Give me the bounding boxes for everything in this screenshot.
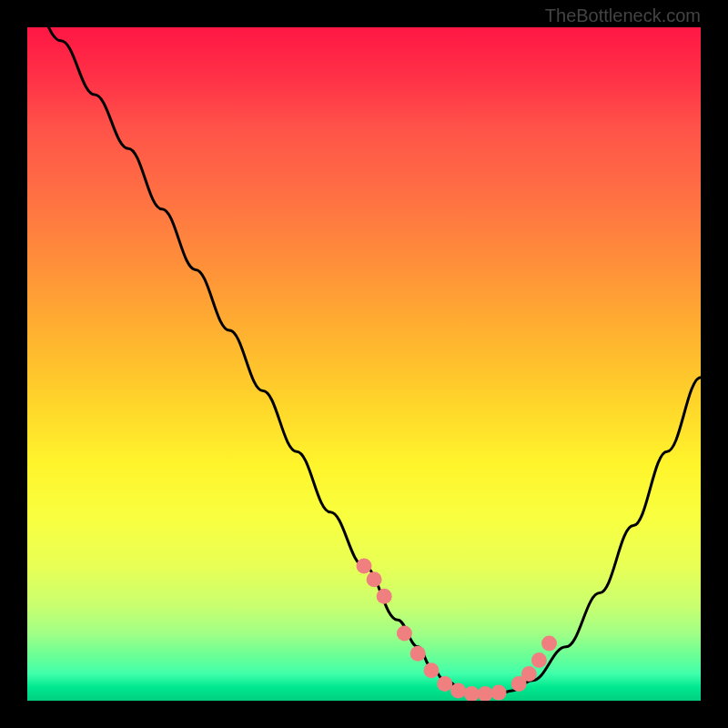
scatter-dot bbox=[531, 652, 547, 668]
scatter-dot bbox=[521, 666, 537, 682]
scatter-dot bbox=[464, 686, 480, 701]
bottleneck-curve-path bbox=[27, 27, 701, 694]
scatter-dot bbox=[450, 682, 466, 698]
scatter-dot bbox=[491, 685, 507, 701]
scatter-dots bbox=[357, 559, 558, 702]
curve-line bbox=[27, 27, 701, 694]
scatter-dot bbox=[357, 559, 372, 574]
scatter-dot bbox=[367, 571, 382, 587]
watermark-text: TheBottleneck.com bbox=[545, 5, 701, 26]
chart-container: TheBottleneck.com bbox=[0, 0, 728, 728]
chart-svg bbox=[27, 27, 701, 701]
scatter-dot bbox=[410, 646, 426, 662]
scatter-dot bbox=[424, 662, 440, 678]
scatter-dot bbox=[437, 676, 452, 692]
scatter-dot bbox=[377, 589, 392, 604]
plot-background bbox=[27, 27, 701, 701]
scatter-dot bbox=[478, 686, 493, 701]
scatter-dot bbox=[541, 636, 557, 652]
scatter-dot bbox=[397, 626, 412, 642]
